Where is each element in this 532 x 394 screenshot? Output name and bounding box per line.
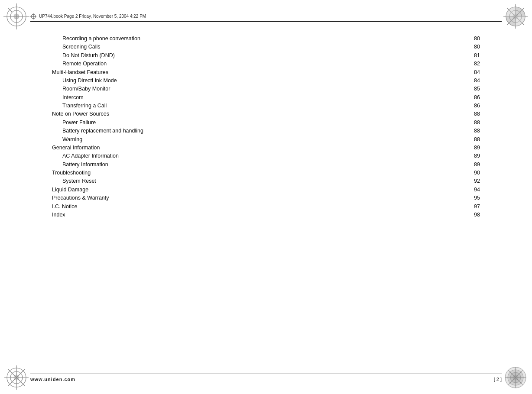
- corner-ornament-bl: [3, 365, 29, 391]
- toc-row: Battery Information89: [52, 161, 480, 169]
- corner-ornament-tr: [503, 3, 529, 29]
- toc-content: Recording a phone conversation80Screenin…: [52, 35, 480, 359]
- toc-entry-page: 92: [467, 177, 480, 185]
- toc-row: Using DirectLink Mode84: [52, 77, 480, 85]
- toc-row: Power Failure88: [52, 119, 480, 127]
- toc-entry-label: Screening Calls: [52, 43, 467, 51]
- toc-entry-page: 80: [467, 43, 480, 51]
- toc-entry-label: Multi-Handset Features: [52, 68, 467, 77]
- toc-entry-page: 89: [467, 161, 480, 169]
- toc-row: Remote Operation82: [52, 60, 480, 68]
- toc-entry-page: 94: [467, 186, 480, 194]
- toc-entry-label: AC Adapter Information: [52, 152, 467, 160]
- toc-entry-label: Liquid Damage: [52, 186, 467, 194]
- header-bar: UP744.book Page 2 Friday, November 5, 20…: [30, 12, 502, 22]
- toc-row: Intercom86: [52, 94, 480, 102]
- toc-entry-label: System Reset: [52, 177, 467, 185]
- toc-entry-page: 85: [467, 85, 480, 93]
- footer-page-number: [ 2 ]: [494, 377, 502, 382]
- toc-entry-label: Power Failure: [52, 119, 467, 127]
- toc-entry-label: Battery replacement and handling: [52, 127, 467, 135]
- toc-entry-page: 81: [467, 52, 480, 60]
- toc-row: Warning88: [52, 136, 480, 144]
- toc-entry-page: 88: [467, 127, 480, 135]
- toc-entry-page: 90: [467, 169, 480, 177]
- toc-entry-page: 84: [467, 68, 480, 77]
- toc-entry-label: Intercom: [52, 94, 467, 102]
- toc-entry-page: 86: [467, 102, 480, 110]
- toc-row: Index98: [52, 211, 480, 219]
- toc-entry-label: Do Not Disturb (DND): [52, 52, 467, 60]
- toc-row: Transferring a Call86: [52, 102, 480, 110]
- toc-row: Multi-Handset Features84: [52, 68, 480, 77]
- toc-entry-page: 89: [467, 152, 480, 160]
- corner-ornament-br: [503, 365, 529, 391]
- toc-entry-label: Using DirectLink Mode: [52, 77, 467, 85]
- toc-row: Liquid Damage94: [52, 186, 480, 194]
- toc-row: Screening Calls80: [52, 43, 480, 51]
- toc-entry-label: Warning: [52, 136, 467, 144]
- toc-entry-page: 95: [467, 194, 480, 202]
- toc-entry-label: I.C. Notice: [52, 203, 467, 211]
- toc-entry-page: 88: [467, 119, 480, 127]
- toc-row: General Information89: [52, 144, 480, 152]
- toc-entry-label: Note on Power Sources: [52, 110, 467, 118]
- toc-entry-label: General Information: [52, 144, 467, 152]
- toc-row: Battery replacement and handling88: [52, 127, 480, 135]
- toc-entry-label: Precautions & Warranty: [52, 194, 467, 202]
- toc-table: Recording a phone conversation80Screenin…: [52, 35, 480, 219]
- toc-row: Room/Baby Monitor85: [52, 85, 480, 93]
- header-text: UP744.book Page 2 Friday, November 5, 20…: [39, 14, 146, 19]
- toc-entry-label: Transferring a Call: [52, 102, 467, 110]
- toc-row: I.C. Notice97: [52, 203, 480, 211]
- toc-entry-page: 88: [467, 110, 480, 118]
- toc-row: Precautions & Warranty95: [52, 194, 480, 202]
- toc-entry-page: 98: [467, 211, 480, 219]
- toc-row: System Reset92: [52, 177, 480, 185]
- toc-entry-page: 86: [467, 94, 480, 102]
- footer: www.uniden.com [ 2 ]: [30, 374, 502, 382]
- toc-row: Troubleshooting90: [52, 169, 480, 177]
- toc-entry-page: 80: [467, 35, 480, 43]
- toc-entry-page: 82: [467, 60, 480, 68]
- toc-entry-page: 89: [467, 144, 480, 152]
- corner-ornament-tl: [3, 3, 29, 29]
- toc-row: Do Not Disturb (DND)81: [52, 52, 480, 60]
- toc-entry-label: Remote Operation: [52, 60, 467, 68]
- toc-entry-page: 84: [467, 77, 480, 85]
- footer-website: www.uniden.com: [30, 377, 75, 382]
- toc-entry-page: 97: [467, 203, 480, 211]
- toc-entry-label: Troubleshooting: [52, 169, 467, 177]
- toc-row: Note on Power Sources88: [52, 110, 480, 118]
- header-crosshair-icon: [30, 13, 36, 19]
- toc-entry-label: Index: [52, 211, 467, 219]
- toc-entry-page: 88: [467, 136, 480, 144]
- toc-entry-label: Recording a phone conversation: [52, 35, 467, 43]
- toc-entry-label: Room/Baby Monitor: [52, 85, 467, 93]
- toc-entry-label: Battery Information: [52, 161, 467, 169]
- page: UP744.book Page 2 Friday, November 5, 20…: [0, 0, 532, 394]
- toc-row: Recording a phone conversation80: [52, 35, 480, 43]
- toc-row: AC Adapter Information89: [52, 152, 480, 160]
